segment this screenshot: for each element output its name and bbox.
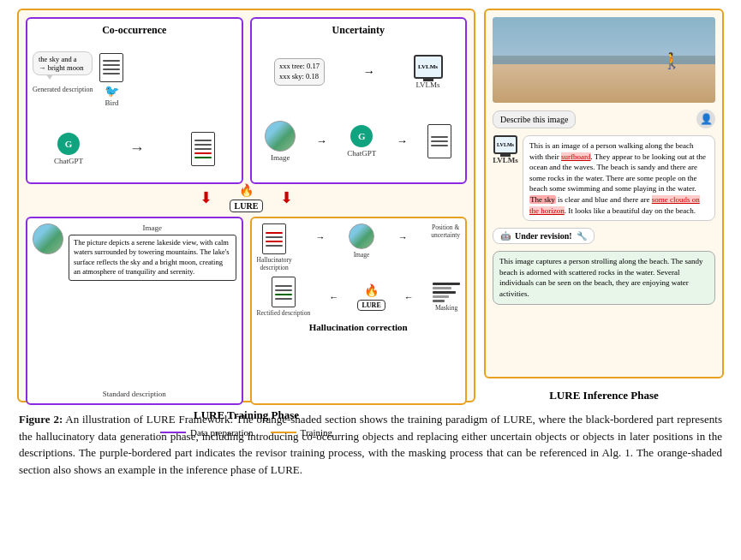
legend-orange-line (271, 432, 296, 433)
legend-purple-line (160, 432, 186, 433)
initial-response-row: LVLMs LVLMs This is an image of a person… (493, 135, 715, 221)
legend-row: Data preparation Training (26, 427, 467, 438)
chatgpt-label-2: ChatGPT (347, 149, 376, 158)
chatgpt-logo-2: G (350, 125, 373, 147)
legend-data-prep-label: Data preparation (190, 427, 254, 438)
standard-desc-text: The picture depicts a serene lakeside vi… (69, 235, 236, 281)
arrow-right-1: → (129, 140, 145, 158)
arrow-4: → (397, 134, 408, 148)
user-avatar: 👤 (696, 110, 715, 128)
co-occurrence-label: Co-occurrence (33, 24, 236, 37)
training-phase-label: LURE Training Phase (26, 408, 467, 422)
co-occurrence-box: Co-occurrence the sky and a→ bright moon… (26, 17, 243, 184)
hallucination-box: Hallucinatorydescription → Image → Posit… (250, 217, 468, 405)
lvlms-label-1: LVLMs (415, 80, 439, 89)
wrench-icon: 🔧 (577, 231, 587, 241)
arrow-2: → (363, 65, 375, 79)
initial-response: This is an image of a person walking alo… (523, 135, 715, 221)
inference-content: 🚶 Describe this image 👤 LVLMs LVLMs This… (484, 9, 724, 378)
under-revision-label: Under revision! (515, 231, 572, 241)
image-circle-2 (33, 223, 63, 254)
highlight-sky: The sky (529, 195, 556, 204)
monitor-icon-2: LVLMs (493, 135, 517, 154)
legend-training: Training (271, 427, 333, 438)
beach-photo: 🚶 (493, 17, 715, 103)
diagram-area: Co-occurrence the sky and a→ bright moon… (17, 9, 724, 402)
masking-figure: Masking (433, 283, 460, 312)
standard-desc-box: Image The picture depicts a serene lakes… (26, 217, 243, 405)
lure-badge-center: LURE (230, 200, 264, 212)
image-label-3: Image (354, 251, 370, 259)
hallucination-label: Hallucination correction (257, 322, 461, 332)
halluc-doc-icon (262, 223, 286, 254)
lvlm-label-inf: LVLMs (493, 156, 518, 164)
rectified-desc-label: Rectified description (257, 309, 311, 317)
lvlm-col: LVLMs LVLMs (493, 135, 518, 164)
legend-training-label: Training (301, 427, 333, 438)
image-circle-3 (349, 223, 374, 249)
standard-desc-label: Standard description (33, 390, 236, 398)
training-phase: Co-occurrence the sky and a→ bright moon… (17, 9, 475, 402)
beach-person: 🚶 (662, 51, 681, 70)
response-text-4: . It looks like a beautiful day on the b… (565, 206, 696, 215)
beach-sand (493, 64, 715, 103)
hallucinatory-label: Hallucinatorydescription (257, 256, 292, 271)
image-label-2: Image (69, 223, 236, 232)
document-icon-2 (191, 132, 215, 166)
inference-phase: 🚶 Describe this image 👤 LVLMs LVLMs This… (484, 9, 724, 402)
beach-sky (493, 17, 715, 56)
describe-prompt: Describe this image (493, 110, 576, 128)
top-row: Co-occurrence the sky and a→ bright moon… (26, 17, 467, 184)
lure-center-row: ⬇ 🔥 LURE ⬇ (26, 184, 467, 211)
prob-bubble: xxx tree: 0.17 xxx sky: 0.18 (274, 58, 325, 86)
position-uncertainty-label: Position &uncertainty (431, 223, 460, 239)
figure-container: Co-occurrence the sky and a→ bright moon… (17, 9, 724, 478)
image-label-1: Image (271, 153, 290, 162)
inference-phase-label: LURE Inference Phase (484, 389, 724, 402)
prompt-row: Describe this image 👤 (493, 110, 715, 128)
uncertainty-label: Uncertainty (257, 24, 461, 37)
legend-data-prep: Data preparation (160, 427, 254, 438)
monitor-icon-1: LVLMs (414, 55, 443, 79)
arrow-3: → (316, 134, 327, 148)
bottom-row: Image The picture depicts a serene lakes… (26, 217, 467, 405)
chatgpt-logo-1: G (57, 133, 80, 155)
document-icon-1 (99, 53, 123, 82)
revised-response: This image captures a person strolling a… (493, 251, 715, 304)
document-icon-3 (427, 124, 451, 158)
lure-badge-halluc: LURE (357, 300, 385, 311)
chatgpt-label-1: ChatGPT (54, 157, 83, 165)
generated-desc-label: Generated description (33, 86, 93, 93)
response-text-3: is clear and blue and there are (556, 195, 652, 204)
rectified-doc-icon (272, 277, 296, 307)
speech-bubble: the sky and a→ bright moon (33, 51, 93, 75)
image-circle-1 (265, 121, 296, 152)
bird-label: Bird (105, 98, 119, 107)
under-revision-badge: 🤖 Under revision! 🔧 (493, 228, 595, 244)
fig-caption-text: An illustration of LURE Framework: The o… (19, 413, 722, 476)
uncertainty-box: Uncertainty xxx tree: 0.17 xxx sky: 0.18… (250, 17, 468, 184)
highlight-surfboard: surfboard (561, 152, 591, 161)
robot-revision-icon: 🤖 (500, 231, 511, 241)
masking-label: Masking (435, 304, 457, 312)
